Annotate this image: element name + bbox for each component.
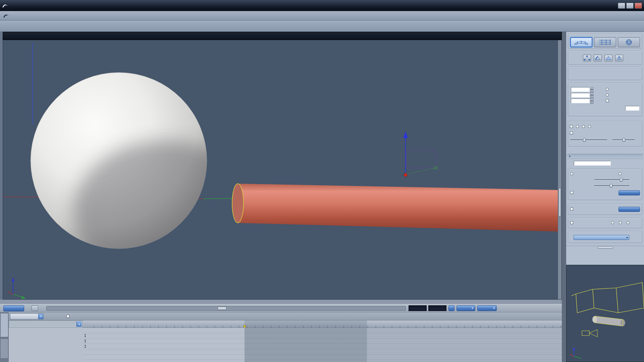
model-edit-mode-button[interactable]	[570, 37, 592, 47]
keyframe-markers[interactable]: ▲▲	[84, 334, 87, 337]
vertex-selection-button[interactable]	[583, 55, 591, 61]
selection-section-header[interactable]: ▼	[567, 154, 643, 159]
close-button[interactable]	[635, 3, 642, 9]
loop-button[interactable]	[32, 305, 38, 311]
uv-subdivision-checkbox[interactable]	[570, 191, 573, 194]
track-light-band	[367, 328, 562, 362]
time-mode-dropdown[interactable]: ▼	[457, 305, 475, 311]
window-controls	[617, 3, 642, 9]
subdivision-none-radio[interactable]	[570, 172, 573, 175]
track-dark-band	[245, 328, 367, 362]
keyframe-markers[interactable]: ▲▲	[84, 339, 87, 343]
splitter-handle[interactable]	[598, 246, 613, 249]
minimize-button[interactable]	[618, 3, 625, 9]
ruler-ticks	[86, 326, 562, 327]
viewport-canvas[interactable]	[3, 40, 562, 300]
tab-sequencer[interactable]	[1, 313, 8, 337]
edit-mode-group	[568, 34, 642, 49]
camera-radio[interactable]	[582, 125, 585, 128]
displacement-group	[568, 203, 642, 215]
symmetry-checkbox[interactable]	[570, 221, 573, 224]
menu-logo-icon	[3, 13, 9, 18]
chevron-down-icon: ▼	[493, 307, 495, 309]
viewport-title-bar	[3, 32, 562, 40]
move-x-field[interactable]	[571, 87, 590, 92]
scrubber-handle[interactable]	[218, 307, 226, 310]
symmetry-group	[568, 218, 642, 228]
shading-domain-dropdown[interactable]: ▼	[574, 235, 629, 240]
current-time-field[interactable]	[409, 305, 427, 311]
manipulator-group	[568, 121, 642, 146]
displacement-enable-checkbox[interactable]	[570, 207, 573, 210]
soft-selection-slider[interactable]	[570, 138, 607, 142]
world-radio[interactable]	[576, 125, 579, 128]
x-stepper[interactable]: ▲▼	[590, 87, 593, 92]
z-stepper[interactable]: ▲▼	[590, 99, 593, 103]
sequencer-tool-row: ▼	[9, 312, 562, 320]
panel-splitter[interactable]	[566, 246, 644, 249]
edge-propagation-field[interactable]	[625, 106, 639, 111]
selection-name-field[interactable]	[574, 161, 611, 166]
subdivision-group	[568, 169, 642, 200]
time-scrubber[interactable]	[46, 306, 406, 311]
tool-bar	[0, 20, 644, 32]
selection-tools-group	[568, 67, 642, 80]
current-time-marker[interactable]	[244, 325, 246, 328]
collapse-arrow-icon: ▼	[569, 155, 571, 158]
fps-dropdown[interactable]: ▼	[477, 305, 497, 311]
animate-button[interactable]	[3, 305, 24, 311]
title-bar	[0, 0, 644, 11]
move-y-field[interactable]	[571, 93, 590, 98]
symmetry-z-radio[interactable]	[627, 221, 630, 224]
tab-browser[interactable]	[1, 339, 8, 359]
chevron-down-icon: ▼	[626, 236, 628, 239]
subdivision-smooth-radio[interactable]	[619, 172, 622, 175]
shading-domain-group: ▼	[568, 231, 642, 243]
main-viewport[interactable]	[3, 40, 562, 300]
selection-radio[interactable]	[588, 125, 591, 128]
relative-radio[interactable]	[606, 94, 609, 97]
app-logo-icon	[2, 3, 8, 8]
end-time-field[interactable]	[428, 305, 446, 311]
timeline-ruler[interactable]	[83, 320, 562, 328]
edge-selection-button[interactable]	[594, 55, 602, 61]
hidden-checkbox[interactable]	[570, 125, 573, 128]
properties-panel: ▲▼ ▲▼ ▲▼	[566, 32, 644, 362]
scene-tree	[9, 328, 83, 362]
displacement-delete-button[interactable]	[619, 207, 640, 212]
chevron-down-icon: ▼	[76, 321, 82, 327]
snap-checkbox[interactable]	[66, 315, 69, 318]
viewport-vscrollbar[interactable]	[558, 40, 561, 300]
transport-row: ▼ ▼	[0, 304, 562, 312]
preview-viewport[interactable]	[566, 265, 644, 362]
symmetry-y-radio[interactable]	[619, 221, 622, 224]
move-z-field[interactable]	[571, 99, 590, 103]
object-selection-button[interactable]	[615, 55, 623, 61]
snap-to-grid-checkbox[interactable]	[606, 99, 609, 102]
symmetry-x-radio[interactable]	[611, 221, 614, 224]
y-stepper[interactable]: ▲▼	[590, 93, 593, 98]
sequencer-dropdown[interactable]: ▼	[10, 313, 44, 319]
uv-edit-mode-button[interactable]	[618, 37, 640, 47]
track-area[interactable]: ▲▲ ▲▲ ▲▲	[83, 328, 562, 362]
face-selection-button[interactable]	[604, 55, 612, 61]
filtering-dropdown[interactable]: ▼	[9, 320, 83, 328]
bottom-side-tabs	[0, 312, 9, 362]
absolute-radio[interactable]	[606, 88, 609, 91]
maximize-button[interactable]	[626, 3, 634, 9]
carrara-app: ▼ ▼ ▼ ▼	[0, 0, 644, 362]
keyframe-markers[interactable]: ▲▲	[84, 345, 87, 348]
assemble-edit-mode-button[interactable]	[594, 37, 616, 47]
modeling-level-slider[interactable]	[594, 178, 629, 182]
clear-range-button[interactable]	[448, 305, 454, 311]
vscroll-handle[interactable]	[558, 188, 561, 217]
softness-slider[interactable]	[612, 138, 635, 142]
move-group: ▲▼ ▲▼ ▲▼	[568, 83, 642, 116]
rendering-level-slider[interactable]	[594, 184, 629, 188]
chevron-down-icon: ▼	[471, 307, 474, 309]
menu-bar	[0, 11, 644, 20]
chevron-down-icon: ▼	[38, 314, 43, 319]
soft-selection-checkbox[interactable]	[570, 131, 573, 134]
convert-button[interactable]	[619, 190, 640, 195]
selection-mode-group	[568, 51, 642, 65]
